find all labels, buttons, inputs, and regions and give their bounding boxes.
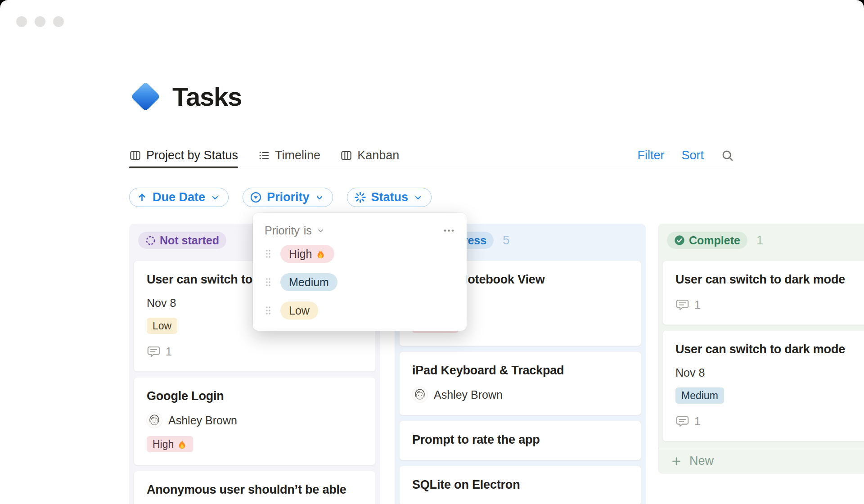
kanban-card[interactable]: iPad Keyboard & Trackpad Ashley Brown: [399, 351, 641, 415]
column-count: 5: [503, 234, 509, 248]
tab-timeline[interactable]: Timeline: [258, 143, 320, 168]
comment-icon: [675, 414, 689, 428]
tag-high: High: [147, 436, 193, 452]
card-title: SQLite on Electron: [412, 477, 628, 492]
chevron-down-icon: [210, 192, 220, 203]
tab-label: Project by Status: [146, 148, 238, 162]
card-title: Anonymous user shouldn’t be able: [147, 482, 363, 497]
add-card-button[interactable]: New: [658, 448, 864, 474]
app-window: Tasks Project by Status Timeline Kanban …: [0, 0, 864, 504]
column-count: 1: [756, 234, 763, 248]
card-comments: 1: [675, 414, 864, 428]
column-status-pill[interactable]: Not started: [138, 232, 226, 249]
flame-icon: [315, 249, 326, 259]
kanban-card[interactable]: Google Login Ashley Brown High: [134, 377, 376, 465]
card-title: Prompt to rate the app: [412, 432, 628, 447]
kanban-card[interactable]: Prompt to rate the app: [399, 421, 641, 460]
comment-count: 1: [694, 298, 701, 311]
window-close-button[interactable]: [16, 16, 27, 27]
dropdown-rule-button[interactable]: Priority is: [265, 224, 325, 237]
comment-count: 1: [166, 345, 172, 358]
chip-label: Priority: [267, 190, 310, 204]
chevron-down-icon: [413, 192, 423, 203]
priority-option-medium[interactable]: Medium: [280, 273, 338, 291]
window-minimize-button[interactable]: [35, 16, 45, 27]
dropdown-option-low: Low: [265, 302, 455, 320]
plus-icon: [670, 455, 683, 468]
kanban-card[interactable]: User can switch to dark mode 1: [662, 261, 864, 325]
priority-option-high[interactable]: High: [280, 245, 334, 263]
kanban-card[interactable]: User can switch to dark modeNov 8 Medium…: [662, 330, 864, 441]
tab-kanban[interactable]: Kanban: [340, 143, 399, 168]
kanban-card[interactable]: SQLite on Electron: [399, 466, 641, 504]
filter-chip-status[interactable]: Status: [347, 188, 432, 207]
card-title: Google Login: [147, 388, 363, 404]
page-title: Tasks: [172, 81, 242, 112]
comment-count: 1: [694, 415, 701, 428]
comment-icon: [675, 298, 689, 312]
card-comments: 1: [147, 345, 363, 359]
assignee-name: Ashley Brown: [168, 414, 237, 427]
drag-handle-icon[interactable]: [265, 305, 272, 316]
view-tabs: Project by Status Timeline Kanban: [129, 143, 399, 168]
avatar: [147, 413, 162, 428]
flame-icon: [177, 439, 187, 450]
dropdown-property-label: Priority: [265, 224, 300, 237]
priority-option-low[interactable]: Low: [280, 302, 318, 320]
chip-label: Due Date: [153, 190, 205, 204]
drag-handle-icon[interactable]: [265, 277, 272, 288]
kanban-card[interactable]: Anonymous user shouldn’t be able: [134, 471, 376, 504]
timeline-icon: [258, 149, 270, 162]
column-status-pill[interactable]: Complete: [667, 232, 747, 249]
view-actions: Filter Sort: [637, 148, 734, 162]
ellipsis-menu-icon[interactable]: [443, 225, 455, 237]
tab-label: Kanban: [357, 148, 399, 162]
tab-project-by-status[interactable]: Project by Status: [129, 143, 238, 168]
card-title: iPad Keyboard & Trackpad: [412, 363, 628, 378]
filter-button[interactable]: Filter: [637, 148, 664, 162]
view-tabs-bar: Project by Status Timeline Kanban Filter…: [129, 143, 734, 168]
tag-medium: Medium: [675, 387, 724, 404]
filter-chip-row: Due Date Priority Status: [129, 188, 432, 207]
card-tags: High: [147, 436, 363, 452]
chevron-down-icon: [316, 226, 325, 235]
check-circle-icon: [674, 235, 685, 246]
arrow-up-icon: [136, 191, 148, 203]
column-complete: Complete 1 User can switch to dark mode …: [658, 224, 864, 474]
board-icon: [129, 149, 141, 162]
search-icon[interactable]: [721, 149, 734, 162]
filter-chip-due-date[interactable]: Due Date: [129, 188, 229, 207]
window-zoom-button[interactable]: [53, 16, 64, 27]
column-header: Complete 1: [667, 232, 864, 249]
status-spinner-icon: [354, 191, 367, 204]
chip-label: Status: [371, 190, 409, 204]
board-icon: [340, 149, 352, 162]
page-header: Tasks: [129, 79, 242, 113]
avatar: [412, 387, 428, 402]
card-comments: 1: [675, 298, 864, 312]
card-title: User can switch to dark mode: [675, 272, 864, 287]
assignee-name: Ashley Brown: [434, 388, 503, 401]
tag-low: Low: [147, 318, 177, 334]
dropdown-option-high: High: [265, 245, 455, 263]
sort-button[interactable]: Sort: [681, 148, 704, 162]
priority-circle-icon: [249, 191, 262, 204]
card-tags: Medium: [675, 387, 864, 404]
priority-filter-dropdown: Priority is High Medium Low: [253, 213, 467, 331]
comment-icon: [147, 345, 161, 359]
dropdown-options: High Medium Low: [265, 245, 455, 320]
filter-chip-priority[interactable]: Priority: [243, 188, 333, 207]
tab-label: Timeline: [275, 148, 320, 162]
chevron-down-icon: [314, 192, 325, 203]
card-assignee: Ashley Brown: [412, 387, 628, 402]
blue-diamond-icon[interactable]: [129, 80, 162, 112]
column-cards: User can switch to dark mode 1 User can …: [658, 261, 864, 441]
dropdown-operator-label: is: [304, 224, 312, 237]
drag-handle-icon[interactable]: [265, 248, 272, 259]
dashed-circle-icon: [145, 235, 156, 246]
card-title: User can switch to dark mode: [675, 342, 864, 357]
window-controls: [16, 16, 64, 27]
card-assignee: Ashley Brown: [147, 413, 363, 428]
dropdown-option-medium: Medium: [265, 273, 455, 291]
card-due-date: Nov 8: [675, 366, 864, 379]
